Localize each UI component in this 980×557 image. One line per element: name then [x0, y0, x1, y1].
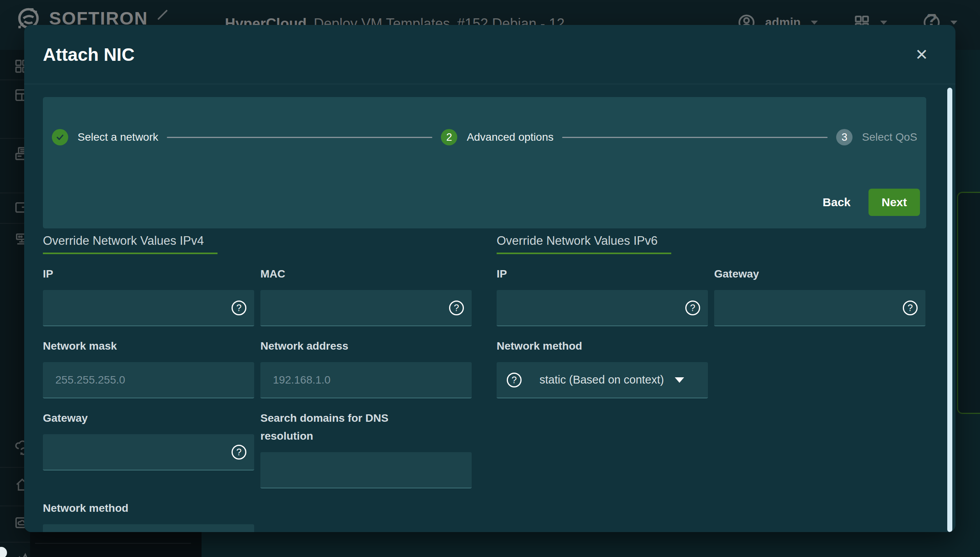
ipv4-heading: Override Network Values IPv4: [43, 234, 204, 248]
ipv4-search-domains-label: Search domains for DNS resolution: [260, 409, 428, 445]
next-button[interactable]: Next: [869, 189, 920, 216]
modal-scrollbar[interactable]: [947, 88, 952, 532]
stepper: Select a network 2 Advanced options 3 Se…: [52, 129, 917, 145]
help-icon[interactable]: ?: [903, 301, 918, 315]
ipv4-ip-input[interactable]: [43, 290, 254, 325]
chevron-down-icon: [675, 377, 684, 383]
ipv4-ip-label: IP: [43, 265, 254, 283]
ipv6-gateway-field: ?: [714, 290, 925, 326]
ipv4-section: Override Network Values IPv4 IP ? MAC: [43, 228, 472, 532]
ipv6-method-value: static (Based on context): [540, 373, 664, 386]
ipv4-method-select[interactable]: ? static (Based on context): [43, 524, 254, 532]
ipv6-gateway-label: Gateway: [714, 265, 925, 283]
ipv4-search-domains-input[interactable]: [260, 452, 472, 488]
step-3-circle: 3: [836, 129, 853, 145]
ipv4-ip-field: ?: [43, 290, 254, 326]
ipv4-mac-label: MAC: [260, 265, 472, 283]
step-2-label: Advanced options: [467, 131, 554, 143]
ipv6-section: Override Network Values IPv6 IP ? Gatewa…: [497, 228, 925, 532]
stepper-connector: [562, 137, 828, 138]
ipv4-method-label: Network method: [43, 499, 254, 517]
ipv6-heading: Override Network Values IPv6: [497, 234, 658, 248]
ipv4-search-domains-field: [260, 452, 472, 488]
help-icon[interactable]: ?: [685, 301, 700, 315]
stepper-panel: Select a network 2 Advanced options 3 Se…: [43, 97, 926, 228]
step-select-qos[interactable]: 3 Select QoS: [836, 129, 917, 145]
ipv6-heading-underline: Override Network Values IPv6: [497, 228, 671, 254]
check-icon: [55, 133, 65, 142]
ipv6-method-select[interactable]: ? static (Based on context): [497, 362, 708, 398]
ipv6-gateway-input[interactable]: [714, 290, 925, 325]
close-icon[interactable]: ✕: [915, 47, 928, 62]
stepper-connector: [167, 137, 432, 138]
ipv4-netaddr-field: [260, 362, 472, 398]
help-icon[interactable]: ?: [507, 373, 522, 387]
modal-body: Select a network 2 Advanced options 3 Se…: [24, 85, 955, 532]
ipv6-ip-input[interactable]: [497, 290, 708, 325]
page: SOFTIRON HyperCloud Deploy VM Templates …: [0, 0, 980, 557]
override-sections: Override Network Values IPv4 IP ? MAC: [43, 228, 926, 532]
help-icon[interactable]: ?: [449, 301, 464, 315]
ipv4-netaddr-input[interactable]: [260, 362, 472, 398]
step-select-network[interactable]: Select a network: [52, 129, 158, 145]
ipv6-method-label: Network method: [497, 337, 708, 355]
ipv6-ip-label: IP: [497, 265, 708, 283]
modal-title: Attach NIC: [43, 44, 134, 65]
attach-nic-modal: Attach NIC ✕ Select a network: [24, 25, 955, 532]
ipv4-mac-field: ?: [260, 290, 472, 326]
ipv4-heading-underline: Override Network Values IPv4: [43, 228, 218, 254]
step-advanced-options[interactable]: 2 Advanced options: [441, 129, 554, 145]
ipv4-netmask-input[interactable]: [43, 362, 254, 398]
ipv4-gateway-field: ?: [43, 434, 254, 470]
help-icon[interactable]: ?: [232, 445, 246, 460]
ipv4-mac-input[interactable]: [260, 290, 472, 325]
ipv4-netaddr-label: Network address: [260, 337, 472, 355]
modal-header: Attach NIC ✕: [24, 25, 955, 84]
stepper-actions: Back Next: [823, 189, 920, 216]
ipv4-netmask-field: [43, 362, 254, 398]
back-button[interactable]: Back: [823, 196, 851, 209]
step-3-label: Select QoS: [862, 131, 917, 143]
step-1-complete-circle: [52, 129, 68, 145]
step-1-label: Select a network: [78, 131, 158, 143]
ipv6-ip-field: ?: [497, 290, 708, 326]
step-2-circle: 2: [441, 129, 457, 145]
help-icon[interactable]: ?: [232, 301, 246, 315]
ipv4-netmask-label: Network mask: [43, 337, 254, 355]
ipv4-gateway-label: Gateway: [43, 409, 254, 427]
ipv4-gateway-input[interactable]: [43, 434, 254, 470]
